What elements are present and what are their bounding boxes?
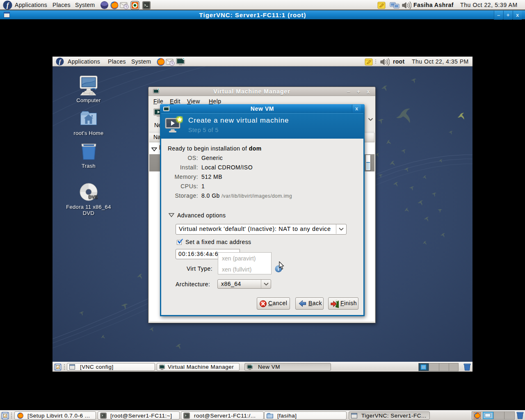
svg-text:DVD: DVD (88, 194, 98, 199)
